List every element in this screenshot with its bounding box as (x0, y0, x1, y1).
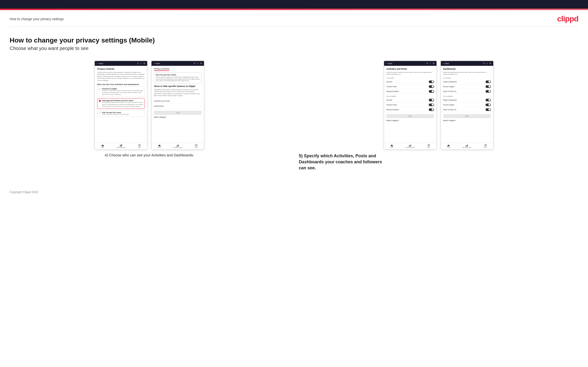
screen1-body: Control how you and your data appears to… (97, 71, 145, 81)
settings-icon[interactable]: ⚙ (143, 62, 145, 65)
svg-rect-2 (121, 145, 122, 147)
svg-rect-20 (467, 145, 468, 147)
menu-dashboards[interactable]: Dashboards › (154, 104, 201, 109)
screen2-tab[interactable]: Privacy Controls (154, 68, 169, 71)
search-icon-4[interactable]: ⚲ (483, 62, 485, 65)
nav-home-1[interactable]: Home (101, 144, 104, 148)
svg-rect-12 (409, 146, 409, 147)
screen2-help: Help & Support (154, 116, 201, 118)
home-icon-2 (158, 144, 161, 147)
nav-performance-4[interactable]: My Performance (463, 144, 472, 148)
toggle-coaches-manual-switch[interactable] (429, 90, 434, 93)
nav-performance-3[interactable]: My Performance (406, 144, 415, 148)
menu-icon-3 (427, 144, 430, 147)
screen1-title: Privacy Controls (97, 68, 145, 70)
svg-rect-6 (176, 146, 177, 147)
screen4-save-btn[interactable]: Save (443, 114, 491, 118)
screen4-help: Help & Support (443, 120, 491, 121)
screen3-back[interactable]: ‹ < Back (386, 62, 392, 65)
user-icon-2[interactable]: ☺ (197, 62, 199, 65)
search-icon-3[interactable]: ⚲ (426, 62, 428, 65)
menu-icon-2 (195, 144, 198, 147)
chart-icon (120, 144, 123, 147)
nav-performance-1[interactable]: My Performance (117, 144, 126, 148)
settings-icon-4[interactable]: ⚙ (489, 62, 491, 65)
caption-left: 4) Choose who can see your Activities an… (10, 153, 289, 157)
settings-icon-2[interactable]: ⚙ (200, 62, 202, 65)
screen2-nav: ‹ < Back ⚲ ☺ ⚙ (152, 61, 204, 66)
toggle-coaches-drills: Practice Drills (387, 84, 434, 89)
nav-menu-1[interactable]: Menu (138, 144, 141, 148)
screen2-back[interactable]: ‹ < Back (153, 62, 160, 65)
toggle-followers-drills: Practice Drills (387, 103, 434, 107)
toggle-followers-player-dash-switch[interactable] (485, 99, 491, 101)
user-icon[interactable]: ☺ (140, 62, 142, 65)
screen4-bottom-nav: Home My Performance Menu (441, 143, 493, 149)
screen3-nav: ‹ < Back ⚲ ☺ ⚙ (384, 61, 436, 66)
menu-activities[interactable]: Activities and Posts › (154, 99, 201, 104)
screen1-back[interactable]: ‹ < Back (97, 62, 103, 65)
screens-pair-right: ‹ < Back ⚲ ☺ ⚙ Activities and Posts Sele… (299, 61, 579, 150)
chart-icon-3 (409, 144, 412, 147)
toggle-coaches-what-to-work: What To Work On (443, 89, 491, 94)
toggle-followers-round-insights-switch[interactable] (485, 103, 491, 106)
nav-home-3[interactable]: Home (390, 144, 393, 148)
screen3-bottom-nav: Home My Performance Menu (384, 143, 436, 149)
settings-icon-3[interactable]: ⚙ (433, 62, 435, 65)
svg-rect-14 (411, 145, 411, 147)
nav-menu-4[interactable]: Menu (484, 144, 487, 148)
screen1-section: Who Can See Your Activities and Dashboar… (97, 83, 145, 85)
screen2-info-box: Only You and Your Coach Only you and the… (154, 72, 201, 83)
toggle-followers-what-to-work-switch[interactable] (485, 108, 491, 111)
nav-performance-2[interactable]: My Performance (173, 144, 182, 148)
search-icon-2[interactable]: ⚲ (194, 62, 196, 65)
radio-only-you[interactable]: Only You and Your Coach Only you and the… (97, 110, 145, 117)
screen3-coaches-label: COACHES (387, 77, 434, 79)
toggle-followers-round-insights: Round Insights (443, 103, 491, 107)
toggle-followers-rounds-switch[interactable] (429, 99, 434, 101)
radio-approved[interactable]: Only Approved Followers and Your Coach O… (97, 98, 145, 108)
radio-everyone[interactable]: Everyone on Clippd Everyone on Clippd ca… (97, 86, 145, 97)
nav-menu-2[interactable]: Menu (195, 144, 198, 148)
screen3-content: Activities and Posts Select the types of… (384, 66, 436, 143)
svg-rect-13 (410, 145, 410, 147)
screen1-nav-icons: ⚲ ☺ ⚙ (137, 62, 145, 65)
arrow-icon-2: › (201, 105, 201, 107)
screen3-save-btn[interactable]: Save (387, 114, 434, 118)
screen2-info-text: Only you and the coaches you connect wit… (156, 76, 200, 82)
screen4-coaches-label: COACHES (443, 77, 491, 79)
svg-rect-1 (121, 145, 121, 147)
toggle-followers-manual-switch[interactable] (429, 108, 434, 111)
nav-home-2[interactable]: Home (158, 144, 161, 148)
screen2-save-btn[interactable]: Save (154, 111, 201, 115)
toggle-coaches-drills-switch[interactable] (429, 85, 434, 88)
screen4-back[interactable]: ‹ < Back (443, 62, 449, 65)
user-icon-4[interactable]: ☺ (486, 62, 488, 65)
footer: Copyright Clippd 2022 (0, 186, 588, 199)
screen-4: ‹ < Back ⚲ ☺ ⚙ Dashboards Select the das… (441, 61, 493, 150)
toggle-followers-drills-switch[interactable] (429, 103, 434, 106)
caption-right-text: 5) Specify which Activities, Posts and D… (299, 153, 386, 171)
toggle-coaches-what-to-work-switch[interactable] (485, 90, 491, 93)
toggle-followers-manual: Manual Activities (387, 107, 434, 112)
left-column: ‹ < Back ⚲ ☺ ⚙ Privacy Controls Control … (10, 61, 289, 171)
user-icon-3[interactable]: ☺ (429, 62, 432, 65)
toggle-coaches-rounds-switch[interactable] (429, 80, 434, 83)
screen2-bottom-nav: Home My Performance Menu (152, 143, 204, 149)
logo: clippd (557, 14, 578, 23)
nav-menu-3[interactable]: Menu (427, 144, 430, 148)
screen4-title: Dashboards (443, 68, 491, 70)
caption-right: 5) Specify which Activities, Posts and D… (299, 153, 579, 171)
copyright-text: Copyright Clippd 2022 (10, 191, 38, 194)
search-icon[interactable]: ⚲ (137, 62, 139, 65)
toggle-coaches-round-insights-switch[interactable] (485, 85, 491, 88)
screen4-subtitle: Select the dashboards that you'd like to… (443, 71, 491, 75)
screen2-content: Privacy Controls Only You and Your Coach… (152, 66, 204, 143)
menu-icon (138, 144, 141, 147)
svg-rect-0 (120, 146, 120, 147)
screens-pair-left: ‹ < Back ⚲ ☺ ⚙ Privacy Controls Control … (10, 61, 289, 150)
screen2-show-hide-title: Show or hide specific features in Clippd (154, 85, 201, 87)
toggle-coaches-player-dash-switch[interactable] (485, 80, 491, 83)
page-title: How to change your privacy settings (Mob… (10, 36, 578, 44)
nav-home-4[interactable]: Home (447, 144, 450, 148)
